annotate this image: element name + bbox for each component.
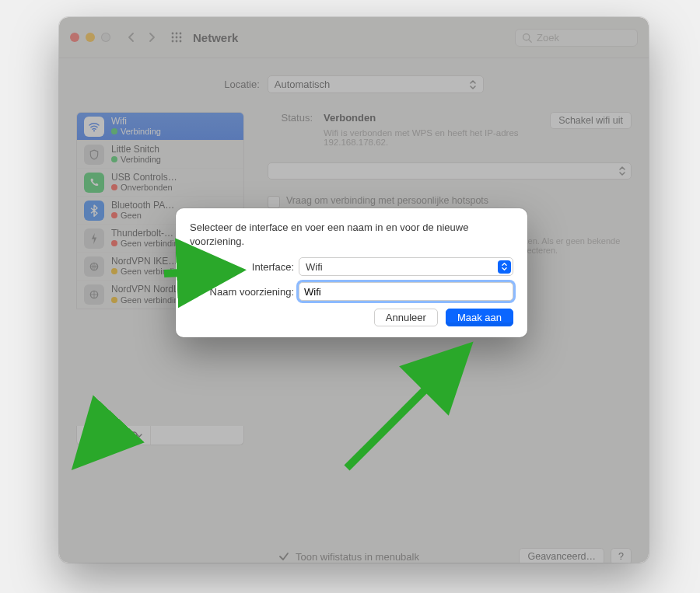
interface-select[interactable]: Wifi bbox=[299, 257, 513, 276]
interface-value: Wifi bbox=[306, 261, 323, 273]
new-service-dialog: Selecteer de interface en voer een naam … bbox=[176, 208, 527, 337]
dialog-instruction: Selecteer de interface en voer een naam … bbox=[190, 221, 513, 248]
cancel-button[interactable]: Annuleer bbox=[374, 309, 438, 326]
chevron-updown-icon bbox=[498, 260, 511, 274]
service-name-input[interactable] bbox=[299, 282, 513, 301]
create-button[interactable]: Maak aan bbox=[446, 309, 513, 326]
interface-label: Interface: bbox=[190, 261, 299, 273]
service-name-label: Naam voorziening: bbox=[190, 286, 299, 298]
